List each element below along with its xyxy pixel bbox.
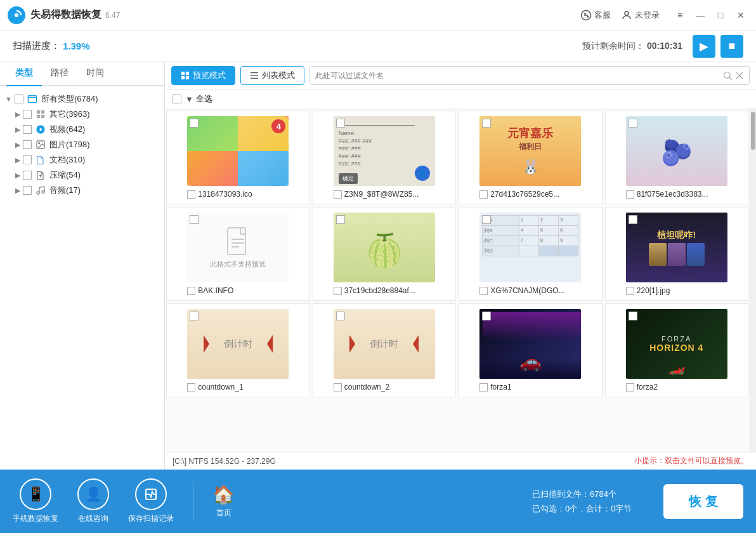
minimize-button[interactable]: — bbox=[693, 8, 708, 23]
file-thumb-4: 🫐 bbox=[626, 116, 727, 186]
vertical-scrollbar[interactable] bbox=[750, 109, 756, 452]
left-panel: 类型 路径 时间 ▼ 所有类型(6784) ▶ 其它(3963) bbox=[0, 62, 165, 470]
filter-input[interactable] bbox=[315, 71, 722, 80]
file-name-8: 220[1].jpg bbox=[626, 286, 727, 295]
file-check-12[interactable] bbox=[629, 312, 637, 320]
file-check-6[interactable] bbox=[336, 215, 345, 224]
file-item-11[interactable]: 🚗 forza1 bbox=[459, 303, 603, 397]
right-panel: 预览模式 列表模式 ▼ 全选 bbox=[165, 62, 756, 470]
svg-rect-9 bbox=[41, 115, 44, 118]
file-name-3: 27d413c76529ce5... bbox=[479, 190, 581, 199]
file-name-5: BAK.INFO bbox=[187, 286, 289, 295]
file-name-check-2[interactable] bbox=[334, 190, 342, 199]
file-item-4[interactable]: 🫐 81f075e1ec3d3383... bbox=[605, 110, 749, 204]
file-item-9[interactable]: 倒计时 countdown_1 bbox=[166, 303, 310, 397]
save-icon bbox=[135, 478, 167, 510]
list-mode-button[interactable]: 列表模式 bbox=[240, 66, 304, 85]
search-icon bbox=[722, 70, 733, 81]
play-button[interactable]: ▶ bbox=[693, 35, 715, 58]
tree-item-all[interactable]: ▼ 所有类型(6784) bbox=[0, 91, 164, 107]
status-bar: [C:\] NTFS 154.52G - 237.29G 小提示：双击文件可以直… bbox=[165, 452, 756, 470]
file-name-check-11[interactable] bbox=[479, 383, 488, 392]
file-item-2[interactable]: ———————————— Name: ###: ### ### ###: ###… bbox=[313, 110, 457, 204]
toolbar: 扫描进度： 1.39% 预计剩余时间： 00:10:31 ▶ ■ bbox=[0, 30, 756, 62]
home-button[interactable]: 🏠 首页 bbox=[212, 484, 235, 518]
svg-marker-36 bbox=[413, 335, 419, 353]
file-name-check-1[interactable] bbox=[187, 190, 195, 199]
file-name-check-8[interactable] bbox=[626, 287, 634, 295]
file-check-3[interactable] bbox=[482, 119, 491, 128]
file-name-check-4[interactable] bbox=[626, 190, 634, 199]
tree-item-image[interactable]: ▶ 图片(1798) bbox=[10, 137, 164, 152]
file-name-check-10[interactable] bbox=[334, 383, 342, 392]
select-all-arrow[interactable]: ▼ bbox=[185, 95, 193, 104]
file-name-check-5[interactable] bbox=[187, 287, 195, 295]
file-check-9[interactable] bbox=[190, 312, 199, 320]
svg-rect-7 bbox=[41, 110, 44, 114]
svg-rect-29 bbox=[228, 228, 245, 254]
path-label: [C:\] NTFS 154.52G - 237.29G bbox=[173, 457, 276, 466]
file-name-check-6[interactable] bbox=[334, 287, 342, 295]
file-item-3[interactable]: 元宵嘉乐 福利日 🐰 27d413c76529ce5... bbox=[459, 110, 603, 204]
customer-service-button[interactable]: 客服 bbox=[580, 10, 611, 21]
file-thumb-1: 4 bbox=[187, 116, 289, 186]
bottom-bar: 📱 手机数据恢复 👤 在线咨询 保存扫描记录 🏠 首页 已扫描到文件：6784个… bbox=[0, 470, 756, 533]
app-version: 6.47 bbox=[105, 11, 120, 20]
svg-rect-6 bbox=[37, 110, 40, 114]
scan-progress: 1.39% bbox=[63, 41, 90, 51]
file-check-4[interactable] bbox=[629, 119, 637, 128]
select-all-label: 全选 bbox=[196, 93, 212, 105]
file-name-12: forza2 bbox=[626, 383, 727, 392]
file-check-11[interactable] bbox=[482, 312, 491, 320]
tab-type[interactable]: 类型 bbox=[6, 62, 42, 85]
save-scan-button[interactable]: 保存扫描记录 bbox=[128, 478, 174, 524]
mobile-icon: 📱 bbox=[20, 478, 51, 510]
recover-button[interactable]: 恢 复 bbox=[663, 484, 743, 519]
file-thumb-9: 倒计时 bbox=[187, 309, 289, 379]
file-name-9: countdown_1 bbox=[187, 383, 289, 392]
file-grid-wrapper: 4 1318473093.ico ———————————— Name: ###:… bbox=[165, 109, 756, 452]
maximize-button[interactable]: □ bbox=[713, 8, 728, 23]
file-thumb-11: 🚗 bbox=[479, 309, 581, 379]
file-check-10[interactable] bbox=[336, 312, 345, 320]
online-consult-button[interactable]: 👤 在线咨询 bbox=[71, 478, 115, 524]
svg-point-13 bbox=[39, 143, 40, 144]
file-check-7[interactable] bbox=[482, 215, 491, 224]
file-name-check-3[interactable] bbox=[479, 190, 488, 199]
mobile-recovery-button[interactable]: 📱 手机数据恢复 bbox=[13, 478, 58, 524]
file-item-5[interactable]: 此格式不支持预览 BAK.INFO bbox=[166, 207, 310, 301]
close-button[interactable]: ✕ bbox=[733, 8, 748, 23]
tab-time[interactable]: 时间 bbox=[77, 62, 113, 85]
file-thumb-8: 植坦呢咋! bbox=[626, 213, 727, 282]
login-button[interactable]: 未登录 bbox=[621, 10, 660, 21]
file-item-7[interactable]: 列A 1 2 3 列B 4 5 6 bbox=[459, 207, 603, 301]
tree-item-audio[interactable]: ▶ 音频(17) bbox=[10, 183, 164, 198]
file-item-8[interactable]: 植坦呢咋! 220[ bbox=[605, 207, 749, 301]
file-item-10[interactable]: 倒计时 countdown_2 bbox=[313, 303, 457, 397]
file-name-check-7[interactable] bbox=[479, 287, 488, 295]
select-all-checkbox[interactable] bbox=[173, 95, 181, 103]
clear-filter-icon[interactable] bbox=[735, 71, 744, 80]
file-check-1[interactable] bbox=[190, 119, 199, 128]
file-name-check-9[interactable] bbox=[187, 383, 195, 392]
stop-button[interactable]: ■ bbox=[720, 35, 743, 58]
tree-item-doc[interactable]: ▶ 文档(310) bbox=[10, 152, 164, 168]
svg-point-17 bbox=[42, 191, 44, 194]
file-item-1[interactable]: 4 1318473093.ico bbox=[166, 110, 310, 204]
preview-mode-button[interactable]: 预览模式 bbox=[171, 66, 235, 85]
file-check-8[interactable] bbox=[629, 215, 637, 224]
tree-item-archive[interactable]: ▶ 压缩(54) bbox=[10, 168, 164, 183]
file-name-check-12[interactable] bbox=[626, 383, 634, 392]
file-check-5[interactable] bbox=[190, 215, 199, 224]
svg-point-3 bbox=[587, 16, 589, 17]
file-check-2[interactable] bbox=[336, 119, 345, 128]
scrollbar-thumb[interactable] bbox=[751, 112, 755, 150]
file-item-6[interactable]: 🍈 37c19cbd28e884af... bbox=[313, 207, 457, 301]
svg-rect-20 bbox=[181, 76, 185, 79]
file-item-12[interactable]: FORZA HORIZON 4 🏎️ forza2 bbox=[605, 303, 749, 397]
tab-path[interactable]: 路径 bbox=[42, 62, 77, 85]
menu-button[interactable]: ≡ bbox=[672, 8, 688, 23]
tree-item-video[interactable]: ▶ 视频(642) bbox=[10, 122, 164, 137]
tree-item-other[interactable]: ▶ 其它(3963) bbox=[10, 107, 164, 122]
file-tree: ▼ 所有类型(6784) ▶ 其它(3963) ▶ bbox=[0, 86, 164, 470]
